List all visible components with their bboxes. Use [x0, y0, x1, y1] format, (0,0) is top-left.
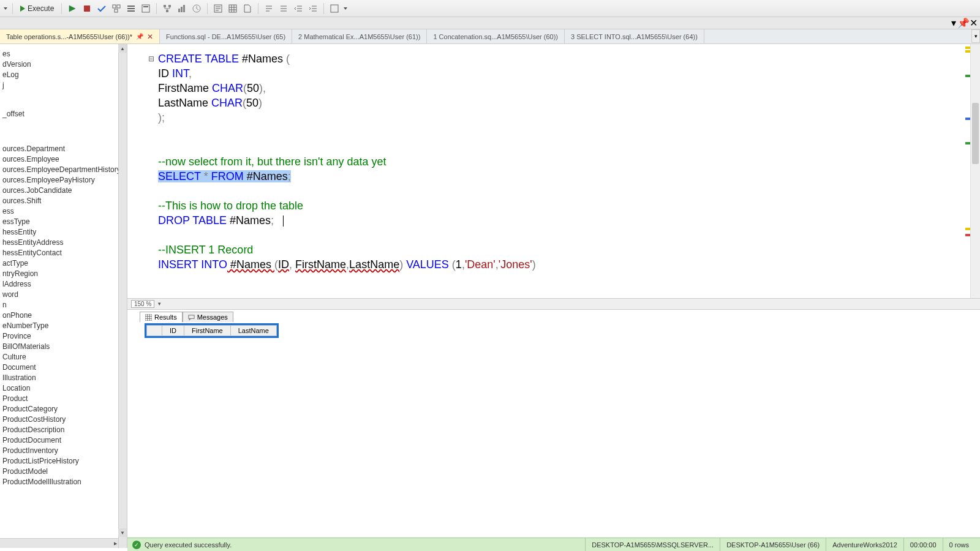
misc-dropdown[interactable]	[342, 2, 349, 15]
tree-node[interactable]: ources.Department	[0, 144, 127, 154]
tab-mathematical[interactable]: 2 Mathematical Ex...A1M5655\User (61))	[292, 29, 427, 43]
tree-node[interactable]: ntryRegion	[0, 269, 127, 279]
tree-node[interactable]: ProductModelIllustration	[0, 477, 127, 487]
results-tab-label: Results	[154, 313, 177, 321]
results-to-file-button[interactable]	[241, 2, 254, 15]
tree-node[interactable]: word	[0, 290, 127, 300]
decrease-indent-button[interactable]	[292, 2, 305, 15]
results-tab[interactable]: Results	[140, 312, 183, 322]
tree-node[interactable]: ProductDescription	[0, 425, 127, 435]
results-grid[interactable]: ID FirstName LastName	[146, 325, 277, 336]
tree-node[interactable]: Illustration	[0, 373, 127, 383]
tab-concatenation[interactable]: 1 Concatenation.sq...A1M5655\User (60))	[427, 29, 565, 43]
results-panel: Results Messages ID FirstName LastName	[127, 309, 980, 548]
tab-table-operations[interactable]: Table operations.s...-A1M5655\User (66))…	[0, 29, 160, 43]
pin-icon[interactable]: 📌	[136, 33, 143, 40]
tree-node[interactable]: ources.EmployeePayHistory	[0, 175, 127, 186]
horizontal-scrollbar[interactable]	[0, 538, 118, 548]
tree-node[interactable]: ProductCostHistory	[0, 414, 127, 425]
tree-node[interactable]: lAddress	[0, 279, 127, 290]
tab-label: Functions.sql - DE...A1M5655\User (65)	[166, 33, 285, 40]
tree-node[interactable]: ess	[0, 206, 127, 217]
sql-editor[interactable]: ⊟ CREATE TABLE #Names ( ID INT, FirstNam…	[127, 44, 980, 298]
execute-button[interactable]: Execute	[17, 2, 58, 15]
column-header-lastname[interactable]: LastName	[230, 326, 276, 336]
svg-rect-3	[115, 9, 118, 12]
tree-node[interactable]: ProductCategory	[0, 404, 127, 414]
tab-overflow-button[interactable]: ▾	[971, 29, 980, 43]
tree-node[interactable]: es	[0, 49, 127, 59]
tree-node[interactable]: n	[0, 300, 127, 310]
tree-node[interactable]: onPhone	[0, 310, 127, 321]
svg-rect-5	[127, 8, 135, 9]
tab-label: Table operations.s...-A1M5655\User (66))…	[6, 33, 132, 40]
tab-select-into[interactable]: 3 SELECT INTO.sql...A1M5655\User (64))	[565, 29, 704, 43]
include-client-stats-button[interactable]	[190, 2, 203, 15]
close-sidebar-icon[interactable]: ✕	[969, 19, 978, 28]
parse-button[interactable]	[95, 2, 108, 15]
column-header-firstname[interactable]: FirstName	[184, 326, 231, 336]
tree-node[interactable]: Location	[0, 383, 127, 394]
tree-node[interactable]: Province	[0, 331, 127, 342]
tab-functions[interactable]: Functions.sql - DE...A1M5655\User (65)	[160, 29, 292, 43]
zoom-dropdown-icon[interactable]: ▼	[157, 301, 162, 307]
tree-node[interactable]: ources.Employee	[0, 154, 127, 165]
tree-node[interactable]: BillOfMaterials	[0, 342, 127, 352]
svg-rect-12	[178, 9, 180, 12]
tree-node[interactable]: dVersion	[0, 59, 127, 70]
pushpin-icon[interactable]: 📌	[959, 19, 968, 28]
grid-icon	[145, 314, 152, 321]
tree-node[interactable]: Culture	[0, 352, 127, 362]
include-stats-button[interactable]	[175, 2, 189, 15]
tree-node[interactable]: actType	[0, 258, 127, 269]
include-plan-button[interactable]	[160, 2, 174, 15]
messages-tab[interactable]: Messages	[183, 312, 233, 322]
results-to-grid-button[interactable]	[226, 2, 239, 15]
debug-button[interactable]	[66, 2, 79, 15]
comment-button[interactable]	[262, 2, 276, 15]
collapse-icon[interactable]: ⊟	[148, 51, 154, 66]
results-to-text-button[interactable]	[211, 2, 225, 15]
play-icon	[20, 6, 25, 12]
tree-node[interactable]: hessEntityContact	[0, 248, 127, 258]
tree-node[interactable]: ProductInventory	[0, 446, 127, 456]
specify-values-button[interactable]	[328, 2, 341, 15]
tab-label: 1 Concatenation.sq...A1M5655\User (60))	[433, 33, 558, 40]
tree-node[interactable]: hessEntityAddress	[0, 238, 127, 248]
svg-rect-11	[166, 10, 168, 12]
status-message: Query executed successfully.	[145, 541, 232, 549]
zoom-select[interactable]: 150 %	[131, 300, 154, 308]
cancel-button[interactable]	[80, 2, 94, 15]
tree-node[interactable]: j	[0, 80, 127, 91]
tree-node[interactable]: eLog	[0, 70, 127, 80]
dropdown-icon[interactable]: ▾	[949, 19, 958, 28]
estimated-plan-button[interactable]	[110, 2, 123, 15]
tree-node[interactable]: _offset	[0, 109, 127, 119]
tree-node[interactable]: Document	[0, 362, 127, 373]
tree-node[interactable]: eNumberType	[0, 321, 127, 331]
tree-node[interactable]: ProductListPriceHistory	[0, 456, 127, 467]
vertical-scrollbar[interactable]	[118, 44, 127, 548]
tree-node[interactable]: ources.Shift	[0, 196, 127, 206]
tree-node[interactable]: ProductDocument	[0, 435, 127, 446]
object-tree[interactable]: esdVersioneLogj _offset ources.Departmen…	[0, 44, 127, 487]
tree-node[interactable]: ources.EmployeeDepartmentHistory	[0, 165, 127, 175]
editor-scrollbar[interactable]	[970, 44, 980, 298]
svg-rect-14	[183, 5, 185, 12]
db-dropdown[interactable]	[2, 2, 9, 15]
uncomment-button[interactable]	[277, 2, 290, 15]
close-tab-icon[interactable]: ✕	[147, 32, 153, 41]
increase-indent-button[interactable]	[306, 2, 320, 15]
tree-node[interactable]: ources.JobCandidate	[0, 186, 127, 196]
intellisense-button[interactable]	[139, 2, 153, 15]
scroll-down-button[interactable]: ▼	[118, 528, 127, 537]
tree-node[interactable]: ProductModel	[0, 467, 127, 477]
success-icon: ✓	[132, 541, 141, 549]
tree-node[interactable]: Product	[0, 394, 127, 404]
query-options-button[interactable]	[124, 2, 138, 15]
scroll-up-button[interactable]: ▲	[118, 44, 127, 53]
tree-node[interactable]: hessEntity	[0, 227, 127, 238]
column-header-id[interactable]: ID	[162, 326, 184, 336]
tree-node[interactable]: essType	[0, 217, 127, 227]
messages-tab-label: Messages	[197, 313, 228, 321]
